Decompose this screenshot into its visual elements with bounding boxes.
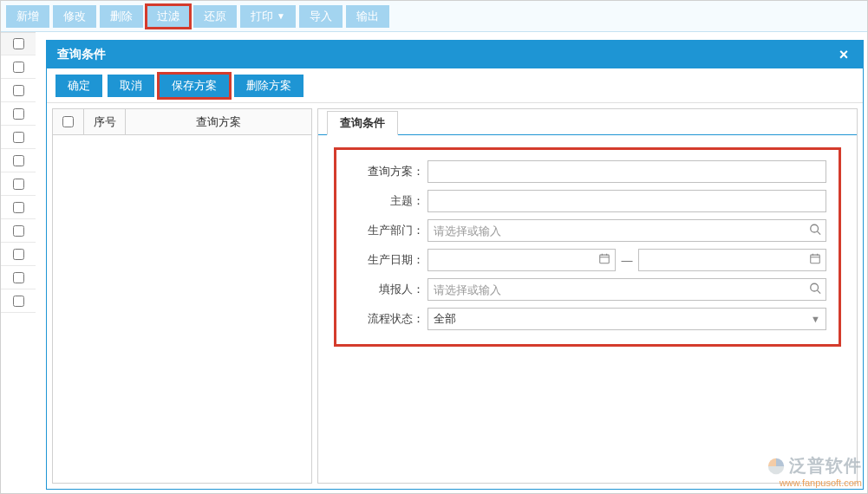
restore-button[interactable]: 还原 (193, 5, 237, 28)
tab-conditions[interactable]: 查询条件 (327, 111, 398, 135)
subject-field-label: 主题 (349, 193, 413, 209)
dialog-title: 查询条件 (57, 47, 106, 62)
grid-row-checkbox[interactable] (13, 202, 24, 213)
reporter-field-label: 填报人 (349, 282, 413, 297)
delete-button[interactable]: 删除 (100, 5, 143, 28)
dialog-toolbar: 确定 取消 保存方案 删除方案 (47, 68, 863, 103)
edit-button[interactable]: 修改 (53, 5, 96, 28)
caret-down-icon: ▼ (277, 11, 285, 21)
import-button[interactable]: 导入 (299, 5, 343, 28)
background-grid-checkbox-col (1, 32, 36, 493)
grid-row-checkbox[interactable] (13, 296, 24, 307)
print-label: 打印 (251, 9, 273, 24)
delete-scheme-button[interactable]: 删除方案 (234, 75, 303, 97)
date-to-input[interactable] (638, 249, 826, 271)
export-button[interactable]: 输出 (346, 5, 389, 28)
scheme-column-header: 查询方案 (126, 109, 311, 134)
dept-input[interactable] (427, 219, 826, 242)
scheme-list-header: 序号 查询方案 (53, 109, 311, 135)
date-from-input[interactable] (427, 249, 616, 271)
grid-row-checkbox[interactable] (13, 225, 24, 237)
status-select[interactable]: 全部 ▼ (427, 308, 826, 330)
status-select-value: 全部 (434, 311, 456, 327)
grid-row-checkbox[interactable] (13, 132, 24, 143)
dept-field-label: 生产部门 (349, 223, 413, 238)
grid-row-checkbox[interactable] (13, 249, 24, 260)
date-range-separator: — (619, 254, 635, 267)
chevron-down-icon: ▼ (811, 314, 820, 324)
dialog-titlebar: 查询条件 × (47, 41, 863, 68)
conditions-panel: 查询条件 查询方案： 主题： (317, 108, 858, 484)
scheme-list-body (53, 135, 311, 483)
status-field-label: 流程状态 (349, 311, 413, 327)
grid-row-checkbox[interactable] (13, 85, 24, 96)
scheme-field-label: 查询方案 (349, 164, 413, 179)
conditions-tabs: 查询条件 (318, 109, 857, 135)
query-dialog: 查询条件 × 确定 取消 保存方案 删除方案 序号 查询方案 (46, 40, 864, 490)
scheme-input[interactable] (427, 160, 826, 183)
top-toolbar: 新增 修改 删除 过滤 还原 打印 ▼ 导入 输出 (1, 1, 867, 32)
scheme-select-all-checkbox[interactable] (62, 116, 74, 127)
reporter-input[interactable] (427, 278, 826, 301)
date-field-label: 生产日期 (349, 252, 413, 268)
cancel-button[interactable]: 取消 (108, 75, 154, 97)
subject-input[interactable] (427, 190, 826, 212)
grid-row-checkbox[interactable] (13, 272, 24, 283)
grid-row-checkbox[interactable] (13, 108, 24, 120)
grid-row-checkbox[interactable] (13, 179, 24, 190)
filter-button[interactable]: 过滤 (147, 5, 190, 28)
ok-button[interactable]: 确定 (55, 75, 102, 97)
grid-row-checkbox[interactable] (13, 62, 24, 73)
grid-header-checkbox[interactable] (13, 38, 24, 49)
seq-column-header: 序号 (84, 109, 126, 134)
grid-row-checkbox[interactable] (13, 155, 24, 166)
close-icon[interactable]: × (835, 46, 852, 64)
conditions-form: 查询方案： 主题： 生产部门： (334, 147, 841, 347)
scheme-list-panel: 序号 查询方案 (52, 108, 312, 484)
print-button[interactable]: 打印 ▼ (240, 5, 296, 28)
new-button[interactable]: 新增 (6, 5, 49, 28)
save-scheme-button[interactable]: 保存方案 (160, 75, 229, 97)
